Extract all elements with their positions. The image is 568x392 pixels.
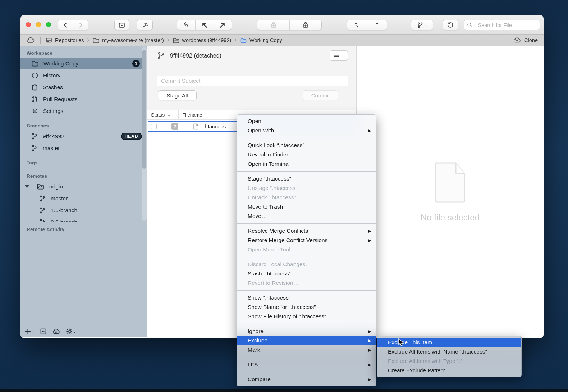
menu-item-stage[interactable]: Stage “.htaccess”: [237, 174, 376, 183]
breadcrumb-repo[interactable]: my-awesome-site (master): [92, 37, 164, 44]
cloud-settings-button[interactable]: [52, 328, 60, 335]
menu-separator: [237, 223, 376, 224]
menu-item-label: Exclude All Items with Type “.”: [388, 358, 462, 364]
menu-item-move-to-trash[interactable]: Move to Trash: [237, 202, 376, 211]
branch-actions-button[interactable]: ⌄: [411, 20, 433, 30]
minimize-button[interactable]: [36, 22, 41, 27]
stash-apply-button[interactable]: [257, 20, 289, 30]
sidebar-scrollbar[interactable]: [142, 47, 147, 221]
magic-wand-icon: [141, 22, 148, 29]
add-button[interactable]: ⌄: [25, 328, 35, 334]
submenu-item-exclude-all-with-name[interactable]: Exclude All Items with Name “.htaccess”: [377, 347, 521, 356]
menu-item-exclude[interactable]: Exclude▶: [237, 336, 376, 345]
breadcrumb-subrepo[interactable]: wordpress (9ff44992): [173, 37, 232, 44]
sidebar-item-label: Pull Requests: [43, 96, 78, 102]
sidebar-item-stashes[interactable]: Stashes: [20, 81, 147, 93]
forward-button[interactable]: [73, 20, 88, 30]
menu-item-resolve-merge-conflicts[interactable]: Resolve Merge Conflicts▶: [237, 226, 376, 236]
merge-button[interactable]: [347, 20, 367, 30]
menu-item-open[interactable]: Open: [237, 117, 376, 126]
menu-item-show[interactable]: Show “.htaccess”: [237, 293, 376, 302]
stash-segment: [257, 20, 322, 30]
menu-item-mark[interactable]: Mark▶: [237, 345, 376, 355]
git-branch-icon: [39, 195, 46, 202]
pull-button[interactable]: [195, 20, 213, 30]
stash-save-button[interactable]: [289, 20, 321, 30]
inbox-button[interactable]: [40, 328, 47, 335]
sidebar-remote-origin[interactable]: origin: [20, 181, 147, 192]
menu-item-open-in-terminal[interactable]: Open in Terminal: [237, 159, 376, 169]
search-input[interactable]: [478, 22, 544, 28]
breadcrumb-working-copy[interactable]: Working Copy: [240, 37, 282, 44]
close-button[interactable]: [26, 22, 31, 27]
menu-item-reveal-in-finder[interactable]: Reveal in Finder: [237, 150, 376, 159]
column-header-status[interactable]: Status ⌄: [147, 110, 179, 119]
commit-button-toolbar[interactable]: [114, 20, 129, 30]
breadcrumb-separator: ›: [234, 36, 237, 45]
menu-item-open-with[interactable]: Open With▶: [237, 126, 376, 135]
zoom-button[interactable]: [46, 22, 51, 27]
branches-header: Branches: [20, 117, 147, 130]
mouse-cursor: [398, 338, 405, 347]
push-button[interactable]: [214, 20, 232, 30]
sidebar-item-pull-requests[interactable]: Pull Requests: [20, 93, 147, 105]
menu-item-lfs[interactable]: LFS▶: [237, 360, 376, 369]
stage-checkbox[interactable]: [151, 124, 157, 129]
view-options-button[interactable]: ⌄: [330, 50, 348, 61]
reset-button[interactable]: [443, 20, 458, 30]
gear-menu-button[interactable]: ⌄: [66, 328, 76, 335]
merge-segment: [347, 20, 387, 30]
menu-item-restore-merge-conflict-versions[interactable]: Restore Merge Conflict Versions▶: [237, 236, 376, 245]
breadcrumb-label: my-awesome-site (master): [102, 37, 164, 43]
sidebar-remote-branch-master[interactable]: master: [20, 192, 147, 204]
count-badge: 1: [132, 60, 140, 67]
pull-request-icon: [31, 96, 38, 103]
breadcrumb: Repositories › my-awesome-site (master) …: [20, 35, 544, 46]
sidebar-branch-master[interactable]: master: [20, 142, 147, 154]
sidebar-item-settings[interactable]: Settings: [20, 105, 147, 117]
server-icon: [45, 37, 52, 44]
sidebar-remote-branch-1-5[interactable]: 1.5-branch: [20, 204, 147, 216]
clone-button[interactable]: Clone: [513, 37, 538, 44]
commit-subject-input[interactable]: [157, 76, 348, 86]
toolbar: ⌄ ⌄: [20, 15, 544, 35]
commit-button[interactable]: Commit: [303, 90, 338, 100]
search-field[interactable]: ⌄: [464, 20, 540, 30]
sidebar-remote-branch-2-0[interactable]: 2.0-branch: [20, 216, 147, 222]
menu-item-show-blame[interactable]: Show Blame for “.htaccess”: [237, 302, 376, 312]
stage-all-button[interactable]: Stage All: [158, 90, 197, 100]
menu-item-label: LFS: [248, 361, 258, 368]
menu-item-show-file-history[interactable]: Show File History of “.htaccess”: [237, 312, 376, 321]
sidebar-item-working-copy[interactable]: Working Copy 1: [20, 58, 147, 69]
menu-item-move[interactable]: Move…: [237, 211, 376, 221]
menu-item-ignore[interactable]: Ignore▶: [237, 327, 376, 336]
menu-item-stash[interactable]: Stash “.htaccess”…: [237, 269, 376, 278]
menu-item-compare[interactable]: Compare▶: [237, 375, 376, 384]
column-header-filename[interactable]: Filename: [179, 112, 202, 118]
menu-item-label: Quick Look “.htaccess”: [248, 142, 304, 148]
submenu-arrow-icon: ▶: [368, 360, 371, 369]
back-button[interactable]: [58, 20, 73, 30]
sidebar-branch-9ff44992[interactable]: 9ff44992 HEAD: [20, 130, 147, 142]
empty-document-icon: [434, 161, 467, 203]
menu-item-label: Show File History of “.htaccess”: [248, 313, 326, 319]
disclosure-triangle-icon[interactable]: [25, 185, 29, 188]
screen-bottom-edge: [0, 389, 568, 392]
git-branch-icon: [31, 133, 38, 140]
breadcrumb-repositories[interactable]: Repositories: [45, 37, 84, 44]
chevron-down-icon: ⌄: [73, 330, 76, 333]
checkout-button[interactable]: [177, 20, 195, 30]
nav-segment: [58, 20, 88, 30]
menu-separator: [237, 138, 376, 138]
submenu-item-create-exclude-pattern[interactable]: Create Exclude Pattern…: [377, 366, 521, 375]
rebase-button[interactable]: [367, 20, 387, 30]
branch-label: 1.5-branch: [51, 207, 77, 214]
remote-activity-header: Remote Activity: [20, 222, 147, 234]
auto-fix-button[interactable]: [137, 20, 153, 30]
chevron-down-icon: ⌄: [342, 54, 344, 58]
sidebar-item-history[interactable]: History: [20, 69, 147, 81]
current-branch-label: 9ff44992 (detached): [170, 53, 221, 59]
scrollbar-thumb[interactable]: [142, 50, 146, 169]
menu-item-quick-look[interactable]: Quick Look “.htaccess”: [237, 141, 376, 150]
cloud-icon[interactable]: [26, 37, 36, 44]
